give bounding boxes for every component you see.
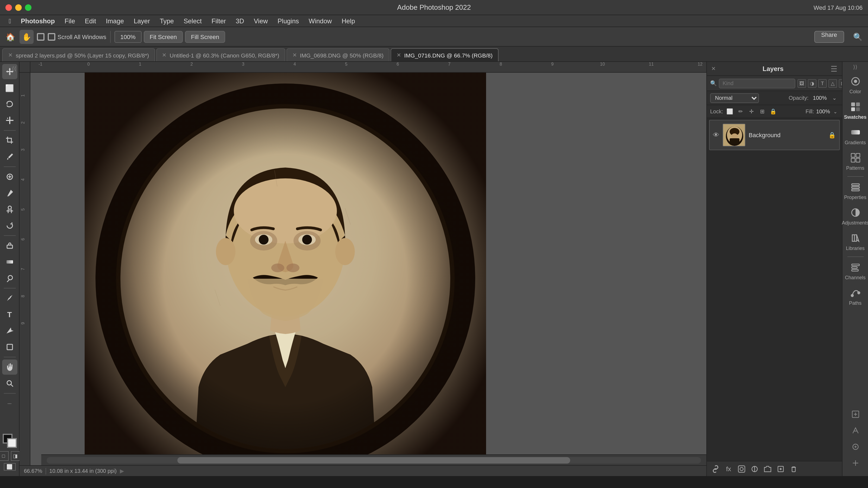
panel-collapse-button[interactable]: ⟩⟩ — [853, 64, 858, 70]
right-panel-tool2[interactable] — [845, 423, 866, 438]
status-arrow[interactable]: ▶ — [120, 468, 124, 474]
brush-tool[interactable] — [2, 186, 17, 201]
right-panel-color[interactable]: Color — [845, 73, 866, 98]
layer-background[interactable]: 👁 Background 🔒 — [709, 120, 840, 150]
share-button[interactable]: Share — [814, 31, 844, 42]
spot-healing-tool[interactable] — [2, 169, 17, 184]
hand-tool-active[interactable]: ✋ — [20, 30, 34, 44]
filter-shape-layers[interactable]: △ — [828, 79, 837, 88]
menu-edit[interactable]: Edit — [81, 16, 100, 26]
tab-spread2[interactable]: ✕ spread 2 layers.psd @ 50% (Layer 15 co… — [2, 48, 155, 61]
background-color[interactable] — [7, 438, 17, 448]
right-panel-tool4[interactable] — [845, 455, 866, 470]
lock-artboard[interactable]: ⊞ — [758, 107, 767, 116]
tab-close-img0716[interactable]: ✕ — [397, 52, 401, 58]
history-brush-tool[interactable] — [2, 218, 17, 233]
menu-apple[interactable]:  — [4, 16, 16, 26]
menu-help[interactable]: Help — [337, 16, 359, 26]
scrollbar-thumb[interactable] — [177, 457, 570, 464]
right-panel-gradients[interactable]: Gradients — [845, 124, 866, 149]
photo-document[interactable] — [85, 73, 486, 465]
standard-mode[interactable]: □ — [0, 451, 8, 461]
right-panel-tool3[interactable] — [845, 439, 866, 454]
right-panel-channels[interactable]: Channels — [845, 259, 866, 284]
menu-filter[interactable]: Filter — [207, 16, 230, 26]
tab-close-img0698[interactable]: ✕ — [292, 52, 297, 58]
tab-close-spread2[interactable]: ✕ — [8, 52, 12, 58]
home-button[interactable]: 🏠 — [3, 30, 18, 44]
menu-view[interactable]: View — [250, 16, 272, 26]
pen-tool[interactable] — [2, 291, 17, 306]
maximize-button[interactable] — [25, 4, 31, 10]
fit-screen-button[interactable]: Fit Screen — [144, 31, 183, 42]
zoom-tool[interactable] — [2, 376, 17, 391]
menu-file[interactable]: File — [60, 16, 80, 26]
right-panel-patterns[interactable]: Patterns — [845, 150, 866, 174]
right-panel-libraries[interactable]: Libraries — [845, 230, 866, 254]
layers-panel-expand[interactable]: ⟨⟨ — [12, 66, 16, 72]
minimize-button[interactable] — [15, 4, 22, 10]
menu-plugins[interactable]: Plugins — [273, 16, 303, 26]
sample-all-layers-checkbox[interactable] — [37, 33, 44, 40]
fill-stepper[interactable]: ⌄ — [832, 108, 839, 115]
quick-mask-mode[interactable]: ◨ — [10, 451, 20, 461]
tab-close-untitled1[interactable]: ✕ — [162, 52, 166, 58]
canvas-content[interactable] — [30, 73, 706, 465]
gradient-tool[interactable] — [2, 254, 17, 269]
filter-pixel-layers[interactable]: 🖼 — [798, 79, 806, 88]
shape-tool[interactable] — [2, 339, 17, 355]
opacity-stepper[interactable]: ⌄ — [830, 94, 839, 102]
crop-tool[interactable] — [2, 133, 17, 148]
menu-layer[interactable]: Layer — [129, 16, 154, 26]
tab-img0698[interactable]: ✕ IMG_0698.DNG @ 50% (RGB/8) — [286, 48, 390, 61]
right-panel-paths[interactable]: Paths — [845, 285, 866, 309]
screen-mode-button[interactable]: ⬜ — [3, 463, 16, 470]
scroll-all-windows-checkbox[interactable] — [48, 33, 55, 40]
right-panel-properties[interactable]: Properties — [845, 179, 866, 203]
tab-untitled1[interactable]: ✕ Untitled-1 @ 60.3% (Canon G650, RGB/8*… — [156, 48, 285, 61]
more-tools-button[interactable]: ··· — [2, 396, 17, 411]
hand-tool[interactable] — [2, 359, 17, 375]
create-group-button[interactable] — [762, 463, 773, 474]
window-controls[interactable] — [5, 4, 31, 10]
right-panel-adjustments[interactable]: Adjustments — [845, 204, 866, 229]
fg-bg-color-indicator[interactable] — [2, 434, 17, 448]
blend-mode-select[interactable]: Normal — [710, 93, 759, 103]
create-new-layer-button[interactable] — [775, 463, 786, 474]
zoom-level-display[interactable]: 100% — [115, 31, 142, 42]
lasso-tool[interactable] — [2, 97, 17, 112]
dodge-tool[interactable] — [2, 270, 17, 286]
create-adjustment-button[interactable] — [749, 463, 760, 474]
tab-img0716[interactable]: ✕ IMG_0716.DNG @ 66.7% (RGB/8) — [391, 48, 499, 61]
eyedropper-tool[interactable] — [2, 149, 17, 164]
lock-position[interactable]: ✛ — [747, 107, 756, 116]
add-layer-style-button[interactable]: fx — [723, 463, 734, 474]
delete-layer-button[interactable] — [788, 463, 799, 474]
layers-search-input[interactable] — [719, 78, 795, 88]
rectangular-marquee-tool[interactable]: ⬜ — [2, 80, 17, 95]
right-panel-swatches[interactable]: Swatches — [845, 99, 866, 123]
menu-window[interactable]: Window — [304, 16, 336, 26]
filter-type-layers[interactable]: T — [818, 79, 827, 88]
lock-all[interactable]: 🔒 — [769, 107, 777, 116]
layers-panel-close[interactable]: ✕ — [711, 66, 716, 72]
link-layers-button[interactable] — [710, 463, 721, 474]
clone-stamp-tool[interactable] — [2, 202, 17, 217]
type-tool[interactable]: T — [2, 307, 17, 322]
menu-select[interactable]: Select — [179, 16, 206, 26]
menu-image[interactable]: Image — [101, 16, 128, 26]
path-selection-tool[interactable] — [2, 323, 17, 338]
menu-type[interactable]: Type — [155, 16, 178, 26]
lock-transparent-pixels[interactable]: ⬜ — [725, 107, 734, 116]
search-icon[interactable]: 🔍 — [850, 30, 865, 44]
horizontal-scrollbar[interactable] — [41, 454, 706, 465]
add-mask-button[interactable] — [736, 463, 747, 474]
filter-adjustment-layers[interactable]: ◑ — [808, 79, 816, 88]
magic-wand-tool[interactable] — [2, 113, 17, 128]
lock-image-pixels[interactable]: ✏ — [736, 107, 745, 116]
layers-panel-menu[interactable]: ☰ — [831, 64, 838, 73]
menu-3d[interactable]: 3D — [231, 16, 248, 26]
right-panel-tool1[interactable] — [845, 407, 866, 422]
menu-photoshop[interactable]: Photoshop — [17, 16, 59, 26]
fill-screen-button[interactable]: Fill Screen — [185, 31, 225, 42]
